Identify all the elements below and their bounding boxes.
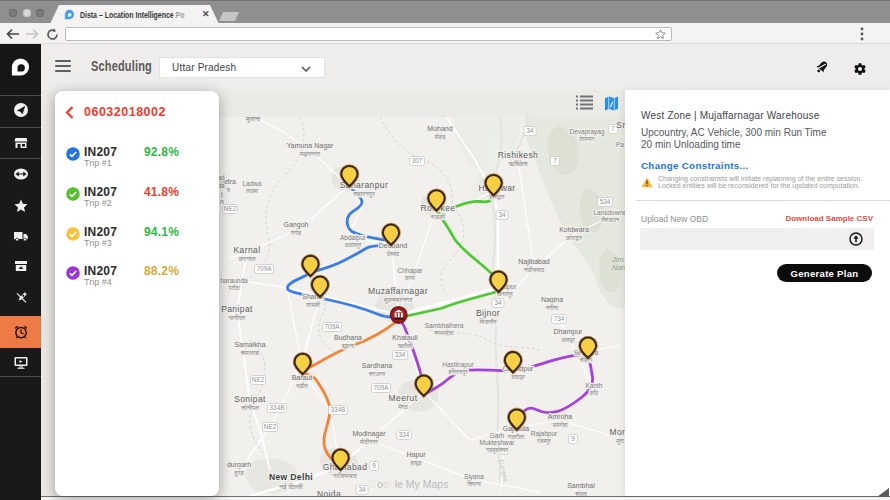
new-tab-button[interactable]	[219, 12, 239, 21]
map-place-label-hindi: देवबंद	[386, 249, 400, 256]
sidebar-item-archive[interactable]	[0, 258, 41, 274]
app-sidebar	[0, 44, 41, 500]
trip-status-icon	[66, 266, 80, 280]
change-constraints-link[interactable]: Change Constraints...	[641, 160, 749, 171]
sidebar-item-star[interactable]	[0, 198, 41, 214]
settings-gear-icon[interactable]	[853, 62, 867, 76]
window-resize-grip[interactable]	[877, 488, 889, 497]
map-place-label-hindi: मेरठ	[397, 403, 408, 410]
sidebar-divider	[0, 95, 41, 96]
window-minimize-button[interactable]	[23, 9, 31, 17]
sidebar-item-monitor[interactable]	[0, 354, 41, 370]
map-place-label-hindi: सोनीपत	[240, 404, 259, 411]
back-icon[interactable]	[6, 28, 20, 40]
map-place-label: t	[221, 191, 223, 198]
map-place-label: Rishikesh	[498, 150, 538, 160]
refresh-icon[interactable]	[46, 28, 59, 41]
map-place-label: da	[219, 182, 225, 189]
list-view-icon[interactable]	[576, 95, 593, 110]
sidebar-item-store[interactable]	[0, 135, 41, 151]
map-place-label-hindi: सरधाना	[368, 371, 386, 377]
map-place-label-hindi: नजीबाबाद	[523, 266, 546, 273]
map-place-label: Samalkha	[234, 341, 265, 348]
sidebar-foot	[0, 496, 41, 500]
trip-percent: 94.1%	[144, 225, 179, 239]
map-place-label-hindi: मोदीनगर	[359, 438, 378, 445]
browser-window: Dista – Location Intelligence Po ✕ NE230…	[0, 0, 890, 500]
forward-icon[interactable]	[25, 28, 39, 40]
map-place-label-hindi: गंगोह	[290, 228, 302, 235]
map-place-label: Lansdowne	[593, 209, 625, 216]
download-sample-csv-link[interactable]: Download Sample CSV	[785, 214, 873, 223]
map-place-label-hindi: करनाल	[237, 255, 256, 262]
map-place-label: Pa	[616, 141, 624, 148]
trip-row[interactable]: IN207Trip #394.1%	[55, 227, 219, 257]
road-shield-label: 9	[372, 462, 376, 469]
sidebar-divider	[0, 127, 41, 128]
sidebar-item-pen-off[interactable]	[0, 290, 41, 306]
send-icon	[13, 102, 29, 118]
warehouse-hub-marker[interactable]	[391, 307, 407, 323]
map-place-label: Meerut	[389, 393, 418, 403]
obd-file-input[interactable]	[640, 228, 874, 250]
map-place-label: Budhana	[334, 334, 362, 341]
map-place-label: Chhapar	[398, 267, 424, 275]
plan-subtitle: Upcountry, AC Vehicle, 300 min Run Time2…	[641, 127, 826, 151]
warning-text: Changing constrainsts will initiate repl…	[658, 176, 862, 190]
map-place-label-hindi: कोटद्वार	[565, 234, 583, 241]
map-place-label-hindi: मुज़फ्फरनगर	[383, 296, 413, 304]
sidebar-item-alarm[interactable]	[0, 324, 41, 340]
trip-row[interactable]: IN207Trip #241.8%	[55, 187, 219, 217]
sidebar-item-truck[interactable]	[0, 228, 41, 244]
trip-status-icon	[66, 227, 80, 241]
tab-close-icon[interactable]: ✕	[202, 10, 210, 19]
back-chevron-icon[interactable]	[65, 106, 74, 119]
map-place-label-hindi: काँठ	[589, 389, 598, 396]
browser-menu-icon[interactable]	[860, 27, 864, 41]
map-place-label-hindi: सम्भलहेड़ा	[433, 329, 454, 336]
upload-icon[interactable]	[849, 232, 863, 246]
road-shield-label: 534	[600, 198, 611, 205]
map-place-label-hindi: रजबपुर	[536, 438, 552, 445]
window-close-button[interactable]	[9, 9, 17, 17]
trip-number: Trip #1	[84, 158, 112, 168]
constraints-warning: Changing constrainsts will initiate repl…	[641, 176, 862, 190]
road-shield-label: 307	[412, 157, 423, 164]
map-place-label-hindi: छापर	[404, 275, 415, 281]
map-place-label-hindi: खतौली	[397, 342, 413, 349]
notifications-bell-icon[interactable]	[814, 59, 830, 75]
map-place-label-hindi: त्र	[225, 187, 230, 193]
sidebar-item-swap[interactable]	[0, 166, 41, 182]
map-place-label: Najibabad	[518, 258, 550, 266]
window-zoom-button[interactable]	[36, 9, 44, 17]
road-shield-label: NE2	[264, 423, 277, 430]
map-place-label: New Delhi	[269, 472, 313, 482]
road-shield-label: 9	[571, 435, 575, 442]
map-place-label-hindi: बुढ़ाना	[341, 343, 355, 350]
map-place-label-hindi: गाजियाबाद	[332, 472, 358, 479]
sidebar-divider	[0, 158, 41, 159]
map-place-label-hindi: हस्तिनापुर	[447, 368, 468, 376]
star-icon	[13, 198, 29, 214]
generate-plan-button[interactable]: Generate Plan	[777, 264, 872, 282]
map-place-label: Amroha	[548, 413, 573, 420]
map-place-label: Kotdwara	[559, 226, 589, 233]
map-place-label-hindi: शामली	[305, 301, 320, 308]
map-place-label: Dhampur	[554, 328, 583, 336]
warehouse-title: West Zone | Mujaffarnagar Warehouse	[641, 110, 819, 121]
map-view-icon[interactable]	[604, 95, 619, 112]
address-bar[interactable]	[65, 27, 672, 41]
sidebar-item-send[interactable]	[0, 102, 41, 118]
region-dropdown-value: Uttar Pradesh	[172, 62, 236, 73]
region-dropdown[interactable]: Uttar Pradesh	[159, 57, 325, 78]
map-place-label-hindi: अब्दलपुर	[345, 242, 362, 249]
browser-tab[interactable]: Dista – Location Intelligence Po ✕	[50, 5, 219, 24]
map[interactable]: NE2307343477534709A709A709A34734334334B3…	[219, 117, 625, 496]
bookmark-star-icon[interactable]	[655, 29, 666, 40]
trip-row[interactable]: IN207Trip #192.8%	[55, 147, 219, 177]
archive-icon	[13, 258, 29, 274]
menu-icon[interactable]	[55, 60, 71, 73]
map-place-label-hindi: नगीना	[545, 304, 559, 311]
map-place-label: Modinagar	[352, 430, 386, 438]
trip-row[interactable]: IN207Trip #488.2%	[55, 266, 219, 296]
